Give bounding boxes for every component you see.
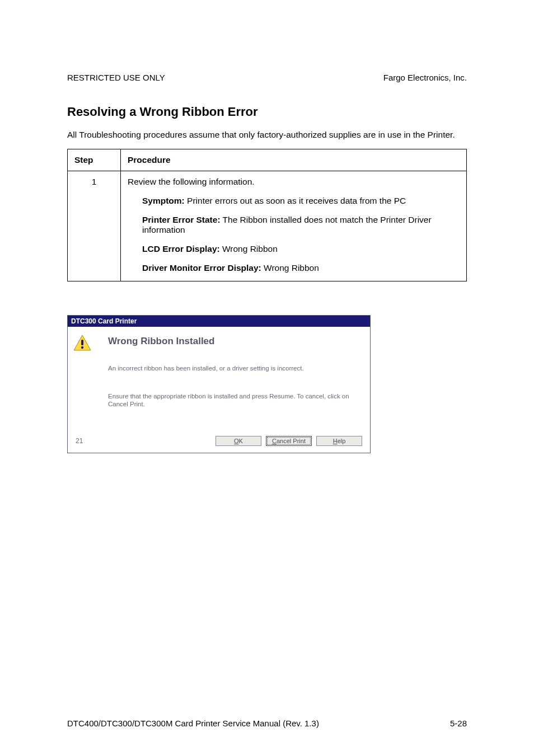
- state-label: Printer Error State:: [142, 215, 221, 224]
- table-header-row: Step Procedure: [68, 149, 467, 171]
- symptom-line: Symptom: Printer errors out as soon as i…: [142, 196, 460, 206]
- svg-rect-1: [81, 340, 83, 345]
- error-dialog: DTC300 Card Printer Wrong Ribbon Install…: [67, 315, 371, 453]
- dialog-heading: Wrong Ribbon Installed: [108, 336, 362, 347]
- intro-paragraph: All Troubleshooting procedures assume th…: [67, 129, 467, 141]
- review-line: Review the following information.: [128, 177, 460, 187]
- symptom-text: Printer errors out as soon as it receive…: [185, 196, 406, 205]
- col-header-step: Step: [68, 149, 121, 171]
- lcd-line: LCD Error Display: Wrong Ribbon: [142, 244, 460, 254]
- help-button[interactable]: Help: [316, 436, 362, 446]
- procedure-table: Step Procedure 1 Review the following in…: [67, 149, 467, 281]
- dialog-counter: 21: [76, 437, 83, 445]
- symptom-label: Symptom:: [142, 196, 185, 205]
- col-header-procedure: Procedure: [121, 149, 467, 171]
- svg-point-2: [81, 346, 83, 349]
- dialog-titlebar: DTC300 Card Printer: [68, 316, 370, 327]
- section-title: Resolving a Wrong Ribbon Error: [67, 105, 467, 119]
- driver-text: Wrong Ribbon: [261, 263, 319, 273]
- step-number: 1: [68, 171, 121, 281]
- warning-icon: [73, 335, 104, 351]
- driver-line: Driver Monitor Error Display: Wrong Ribb…: [142, 263, 460, 273]
- cancel-print-button[interactable]: Cancel Print: [266, 436, 312, 446]
- company-label: Fargo Electronics, Inc.: [383, 73, 467, 82]
- driver-label: Driver Monitor Error Display:: [142, 263, 261, 273]
- footer-page-number: 5-28: [450, 719, 467, 728]
- dialog-message-2: Ensure that the appropriate ribbon is in…: [108, 393, 362, 408]
- lcd-text: Wrong Ribbon: [220, 244, 278, 253]
- restricted-label: RESTRICTED USE ONLY: [67, 73, 165, 82]
- ok-button[interactable]: OK: [216, 436, 261, 446]
- printer-state-line: Printer Error State: The Ribbon installe…: [142, 215, 460, 235]
- table-row: 1 Review the following information. Symp…: [68, 171, 467, 281]
- lcd-label: LCD Error Display:: [142, 244, 220, 253]
- footer-left: DTC400/DTC300/DTC300M Card Printer Servi…: [67, 719, 319, 728]
- procedure-cell: Review the following information. Sympto…: [121, 171, 467, 281]
- dialog-message-1: An incorrect ribbon has been installed, …: [108, 365, 362, 373]
